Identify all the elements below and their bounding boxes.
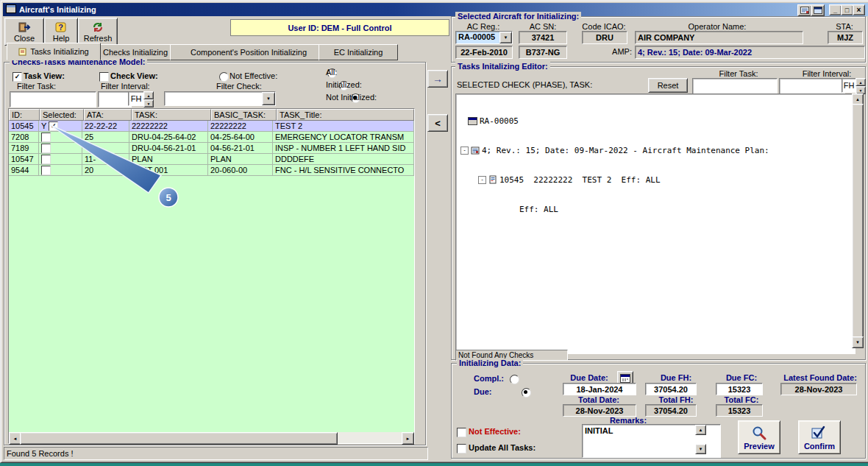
scroll-down-icon[interactable]: ▼ bbox=[852, 336, 864, 348]
tab-components-position-initializing[interactable]: Component's Position Initializing bbox=[170, 44, 327, 60]
remarks-scroll-up-icon[interactable]: ▲ bbox=[695, 425, 706, 435]
filter-interval-unit: FH bbox=[128, 91, 144, 106]
remarks-scroll-down-icon[interactable]: ▼ bbox=[695, 444, 706, 454]
filter-interval-spinner[interactable]: ▲ ▼ bbox=[143, 91, 152, 105]
task-view-checkbox[interactable]: ✓ bbox=[13, 72, 22, 82]
row-select-checkbox[interactable] bbox=[41, 144, 51, 153]
maximize-button[interactable]: □ bbox=[841, 4, 853, 15]
table-row[interactable]: 10547 11- PLAN PLAN DDDDEFE bbox=[9, 154, 414, 165]
help-button[interactable]: ? Help bbox=[44, 18, 78, 46]
help-button-label: Help bbox=[53, 34, 70, 43]
svg-text:?: ? bbox=[58, 23, 63, 32]
move-to-editor-button[interactable]: → bbox=[427, 70, 448, 88]
ac-reg-label: AC Reg.: bbox=[457, 22, 510, 31]
reset-button-label: Reset bbox=[658, 81, 679, 90]
code-icao-field: DRU bbox=[582, 31, 627, 44]
tree-node-eff[interactable]: Eff: ALL bbox=[458, 204, 853, 214]
operator-name-label: Operator Name: bbox=[635, 22, 800, 31]
table-row[interactable]: 7208 25 DRU-04-25-64-02 04-25-64-00 EMER… bbox=[9, 132, 414, 143]
col-ata[interactable]: ATA: bbox=[84, 109, 132, 121]
app-window: Aircraft's Initializing _ □ × Close ? He… bbox=[0, 0, 868, 463]
update-all-tasks-checkbox[interactable] bbox=[457, 444, 466, 453]
due-date-field[interactable]: 18-Jan-2024 bbox=[563, 383, 636, 395]
due-fc-field[interactable]: 15323 bbox=[716, 383, 763, 395]
editor-filter-interval-unit: FH bbox=[842, 78, 856, 93]
filter-interval-input[interactable] bbox=[98, 91, 132, 107]
close-window-button[interactable]: × bbox=[853, 4, 865, 15]
reset-button[interactable]: Reset bbox=[648, 78, 688, 93]
tree-node-task[interactable]: - 10545 22222222 TEST 2 Eff: ALL bbox=[458, 174, 853, 185]
filter-check-dropdown-icon[interactable]: ▼ bbox=[262, 92, 275, 105]
move-right-icon: → bbox=[433, 73, 443, 85]
titlebar[interactable]: Aircraft's Initializing bbox=[3, 3, 868, 16]
horizontal-scrollbar[interactable]: ◄ ► bbox=[9, 432, 414, 443]
tab-tasks-initializing[interactable]: Tasks Initializing bbox=[7, 43, 101, 60]
col-task-title[interactable]: TASK_Title: bbox=[277, 109, 414, 121]
not-initialized-radio-label: Not Initialized: bbox=[326, 93, 377, 102]
collapse-button[interactable]: < bbox=[427, 114, 448, 132]
not-effective-checkbox[interactable] bbox=[457, 428, 466, 437]
table-row[interactable]: 9544 20 TEST 001 20-060-00 FNC - H/L SEN… bbox=[9, 165, 414, 176]
due-fh-field[interactable]: 37054.20 bbox=[645, 383, 697, 395]
editor-filter-task-input[interactable] bbox=[692, 78, 778, 94]
table-header-row: ID: Selected: ATA: TASK: BASIC_TASK: TAS… bbox=[9, 109, 414, 121]
row-select-checkbox[interactable]: ✓ bbox=[49, 121, 58, 131]
scrollbar-thumb[interactable] bbox=[20, 432, 338, 445]
tree-node-amp[interactable]: - 4; Rev.: 15; Date: 09-Mar-2022 - Aircr… bbox=[458, 145, 853, 155]
ac-reg-combobox[interactable]: RA-00005 ▼ bbox=[455, 31, 513, 44]
tab-ec-initializing[interactable]: EC Initializing bbox=[319, 44, 398, 60]
row-select-checkbox[interactable] bbox=[41, 166, 51, 175]
not-effective-checkbox-label: Not Effective: bbox=[469, 427, 521, 436]
filter-check-dropdown[interactable]: ▼ bbox=[164, 91, 276, 106]
confirm-button[interactable]: Confirm bbox=[798, 420, 841, 454]
table-row[interactable]: 10545 Y✓ 22-22-22 22222222 22222222 TEST… bbox=[9, 121, 414, 132]
delivery-date-field: 22-Feb-2010 bbox=[455, 46, 513, 59]
app-icon bbox=[6, 4, 16, 15]
titlebar-window-icon-button[interactable] bbox=[811, 4, 825, 16]
records-status-bar: Found 5 Records ! bbox=[4, 447, 428, 460]
tree-vertical-scrollbar[interactable]: ▲ ▼ bbox=[852, 93, 862, 348]
scrollbar-thumb[interactable] bbox=[852, 104, 864, 339]
initializing-data-group-title: Initializing Data: bbox=[457, 359, 523, 367]
editor-filter-task-label: Filter Task: bbox=[705, 69, 772, 78]
refresh-button[interactable]: Refresh bbox=[78, 18, 118, 46]
scroll-right-icon[interactable]: ► bbox=[402, 432, 414, 445]
filter-task-input[interactable] bbox=[10, 91, 96, 107]
not-effective-radio[interactable] bbox=[219, 72, 229, 82]
editor-filter-interval-input[interactable] bbox=[779, 78, 845, 94]
editor-interval-spinner[interactable]: ▲ ▼ bbox=[855, 78, 864, 91]
col-task[interactable]: TASK: bbox=[132, 109, 211, 121]
row-select-checkbox[interactable] bbox=[41, 155, 51, 164]
latest-found-date-field: 28-Nov-2023 bbox=[780, 383, 857, 395]
row-select-checkbox[interactable] bbox=[41, 133, 51, 142]
col-basic-task[interactable]: BASIC_TASK: bbox=[211, 109, 277, 121]
collapse-node-icon[interactable]: - bbox=[478, 176, 486, 184]
amp-label: AMP: bbox=[594, 47, 632, 56]
spinner-up-icon[interactable]: ▲ bbox=[855, 78, 866, 86]
tasks-table: ID: Selected: ATA: TASK: BASIC_TASK: TAS… bbox=[8, 108, 415, 444]
tree-node-aircraft[interactable]: RA-00005 bbox=[458, 116, 853, 126]
amp-field: 4; Rev.: 15; Date: 09-Mar-2022 bbox=[635, 46, 865, 59]
sta-label: STA: bbox=[828, 22, 861, 31]
check-view-checkbox[interactable] bbox=[99, 72, 109, 82]
titlebar-report-icon-button[interactable] bbox=[797, 4, 811, 16]
latest-found-date-label: Latest Found Date: bbox=[782, 373, 858, 382]
table-row[interactable]: 7189 DRU-04-56-21-01 04-56-21-01 INSP - … bbox=[9, 143, 414, 154]
preview-button[interactable]: Preview bbox=[738, 420, 780, 454]
update-all-tasks-label: Update All Tasks: bbox=[469, 443, 536, 452]
confirm-button-label: Confirm bbox=[804, 442, 835, 451]
task-node-icon bbox=[488, 175, 497, 184]
total-date-label: Total Date: bbox=[564, 395, 633, 404]
spinner-up-icon[interactable]: ▲ bbox=[143, 91, 154, 99]
spinner-down-icon[interactable]: ▼ bbox=[143, 99, 154, 107]
collapse-node-icon[interactable]: - bbox=[460, 146, 469, 155]
help-icon: ? bbox=[54, 21, 68, 33]
col-id[interactable]: ID: bbox=[9, 109, 40, 121]
tab-icon bbox=[18, 47, 27, 56]
ac-reg-dropdown-icon[interactable]: ▼ bbox=[499, 32, 512, 43]
col-selected[interactable]: Selected: bbox=[40, 109, 84, 121]
check-icon: ✓ bbox=[15, 74, 21, 80]
close-button[interactable]: Close bbox=[4, 18, 44, 46]
minimize-button[interactable]: _ bbox=[829, 4, 842, 15]
selected-aircraft-group-title: Selected Aircraft for Initializing: bbox=[455, 12, 581, 21]
